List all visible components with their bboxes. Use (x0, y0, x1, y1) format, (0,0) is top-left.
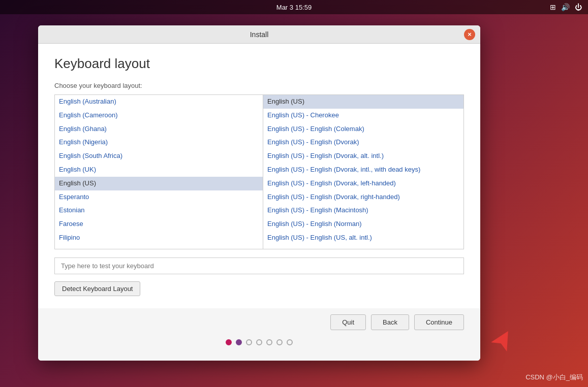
variant-list[interactable]: English (US) English (US) - Cherokee Eng… (263, 94, 464, 249)
list-item[interactable]: Esperanto (55, 190, 263, 204)
variant-item[interactable]: English (US) - English (US, euro on 5) (263, 245, 463, 249)
install-window: Install × Keyboard layout Choose your ke… (38, 25, 480, 361)
arrow-indicator (488, 325, 517, 356)
keyboard-lists: English (Australian) English (Cameroon) … (54, 94, 464, 249)
page-title: Keyboard layout (54, 56, 464, 72)
variant-item[interactable]: English (US) - English (Macintosh) (263, 204, 463, 217)
dot-7 (287, 339, 293, 345)
dot-2 (236, 339, 242, 345)
list-item[interactable]: English (Cameroon) (55, 109, 263, 122)
variant-item[interactable]: English (US) - English (US, alt. intl.) (263, 231, 463, 245)
variant-item[interactable]: English (US) - English (Dvorak, alt. int… (263, 149, 463, 163)
list-item[interactable]: Estonian (55, 204, 263, 217)
list-item[interactable]: English (Nigeria) (55, 136, 263, 149)
window-close-button[interactable]: × (464, 29, 475, 40)
variant-item[interactable]: English (US) - English (Dvorak, intl., w… (263, 163, 463, 177)
taskbar: Mar 3 15:59 ⊞ 🔊 ⏻ (0, 0, 588, 14)
window-footer: Quit Back Continue (38, 308, 480, 361)
svg-marker-0 (491, 327, 516, 351)
dot-5 (266, 339, 272, 345)
window-content: Keyboard layout Choose your keyboard lay… (38, 44, 480, 308)
section-label: Choose your keyboard layout: (54, 82, 464, 89)
dot-3 (246, 339, 252, 345)
variant-item[interactable]: English (US) - English (Norman) (263, 217, 463, 231)
variant-item[interactable]: English (US) - Cherokee (263, 109, 463, 122)
variant-item[interactable]: English (US) - English (Dvorak) (263, 136, 463, 149)
watermark: CSDN @小白_编码 (525, 373, 583, 382)
footer-buttons: Quit Back Continue (54, 314, 464, 330)
dot-1 (226, 339, 232, 345)
quit-button[interactable]: Quit (330, 314, 366, 330)
window-titlebar: Install × (38, 25, 480, 44)
window-title: Install (250, 30, 269, 39)
variant-item[interactable]: English (US) - English (Colemak) (263, 122, 463, 136)
list-item[interactable]: Faroese (55, 217, 263, 231)
list-item[interactable]: English (Australian) (55, 95, 263, 109)
list-item[interactable]: English (Ghana) (55, 122, 263, 136)
dot-4 (256, 339, 262, 345)
language-list[interactable]: English (Australian) English (Cameroon) … (54, 94, 263, 249)
continue-button[interactable]: Continue (414, 314, 464, 330)
back-button[interactable]: Back (371, 314, 409, 330)
list-item[interactable]: English (UK) (55, 163, 263, 177)
network-icon[interactable]: ⊞ (550, 3, 556, 11)
keyboard-test-input[interactable] (54, 257, 464, 274)
variant-item[interactable]: English (US) - English (Dvorak, right-ha… (263, 190, 463, 204)
volume-icon[interactable]: 🔊 (561, 3, 570, 11)
list-item-selected[interactable]: English (US) (55, 177, 263, 190)
variant-item[interactable]: English (US) - English (Dvorak, left-han… (263, 177, 463, 190)
list-item[interactable]: English (South Africa) (55, 149, 263, 163)
detect-layout-button[interactable]: Detect Keyboard Layout (54, 281, 140, 296)
datetime-label: Mar 3 15:59 (276, 4, 312, 11)
dot-6 (276, 339, 283, 345)
variant-item-selected[interactable]: English (US) (263, 95, 463, 109)
list-item[interactable]: Finnish (55, 245, 263, 249)
power-icon[interactable]: ⏻ (575, 3, 582, 11)
progress-dots (54, 339, 464, 350)
list-item[interactable]: Filipino (55, 231, 263, 245)
